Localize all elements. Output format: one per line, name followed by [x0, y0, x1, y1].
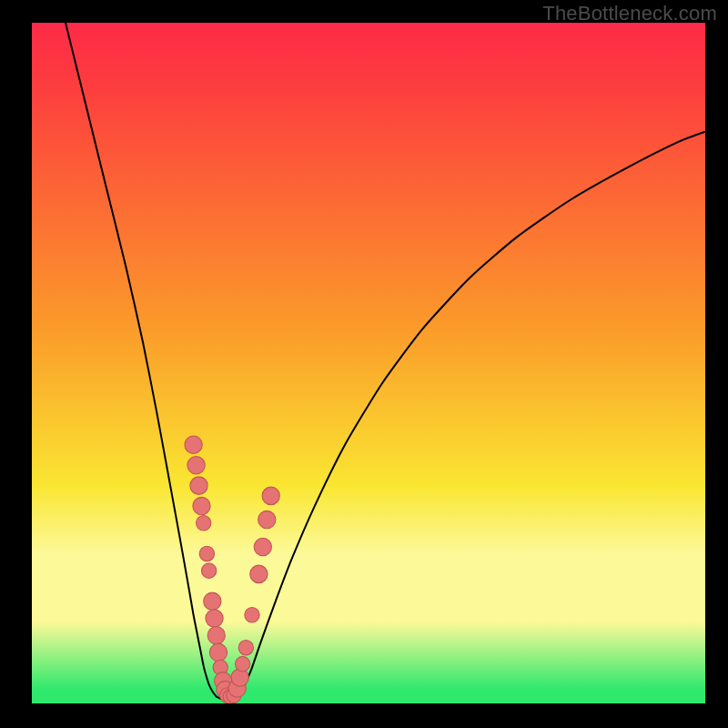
chart-frame: TheBottleneck.com	[0, 0, 728, 728]
data-marker	[250, 565, 268, 582]
data-marker	[199, 546, 214, 561]
data-marker	[197, 516, 211, 531]
data-marker	[209, 643, 227, 661]
bottleneck-curve	[32, 23, 705, 703]
data-marker	[185, 436, 202, 453]
data-marker	[204, 592, 221, 610]
data-marker	[254, 538, 271, 555]
data-marker	[207, 626, 225, 643]
curve-path	[66, 23, 705, 700]
plot-area	[32, 23, 705, 703]
data-marker	[187, 456, 205, 473]
data-marker	[193, 497, 210, 514]
data-marker	[190, 477, 207, 494]
data-marker	[206, 610, 223, 627]
data-marker	[258, 511, 276, 528]
data-marker	[201, 563, 216, 578]
data-marker	[235, 656, 249, 671]
data-marker	[238, 640, 253, 654]
data-marker	[245, 608, 259, 622]
data-marker	[262, 487, 279, 504]
watermark-text: TheBottleneck.com	[542, 2, 717, 25]
